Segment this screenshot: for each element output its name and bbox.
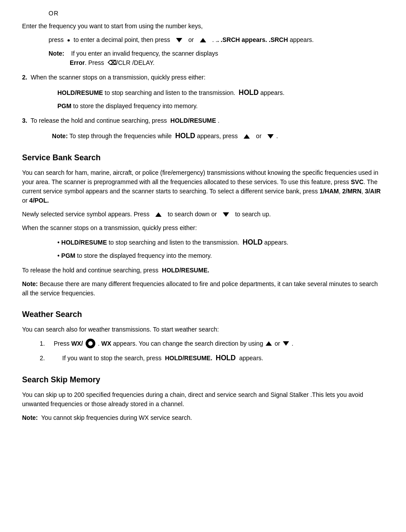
sbs-pgm-item: • PGM to store the displayed frequency i… xyxy=(57,251,384,260)
ham-bold: 1/HAM xyxy=(320,188,339,195)
note-clr-delay: /CLR /DELAY. xyxy=(117,59,155,66)
note-clr-icon: ⌫ xyxy=(108,59,117,66)
press-decimal-para: press to enter a decimal point, then pre… xyxy=(49,35,384,45)
sbs-release-pre: To release the hold and continue searchi… xyxy=(22,267,158,274)
step-3: 3. To release the hold and continue sear… xyxy=(22,116,384,125)
note2-hold: HOLD xyxy=(175,132,195,140)
or-line: OR xyxy=(49,9,384,18)
sbs-para2-pre: Newly selected service symbol appears. P… xyxy=(22,211,150,218)
wx-step1: 1. Press WX/ . WX appears. You can chang… xyxy=(40,339,384,348)
press-decimal-text: press xyxy=(49,36,64,43)
note-block-1: Note: If you enter an invalid frequency,… xyxy=(49,49,384,68)
sbs-arrow-up xyxy=(155,212,162,217)
or-word: or xyxy=(188,36,194,43)
srch-bold-text: .SRCH xyxy=(269,36,288,43)
hold-bold: HOLD xyxy=(239,89,259,96)
air-bold: 3/AIR xyxy=(365,188,381,195)
wx-step1-pre: Press WX/ xyxy=(54,339,83,348)
bullet-dot xyxy=(68,39,70,42)
pol-bold: 4/POL. xyxy=(29,197,49,204)
arrow-up-icon xyxy=(200,38,206,42)
note2-arrow-down xyxy=(267,134,274,139)
step-3-text: To release the hold and continue searchi… xyxy=(30,117,167,124)
sbs-pgm-label: PGM xyxy=(61,252,75,259)
step-3-num: 3. xyxy=(22,117,27,124)
note-line-1: Note: If you enter an invalid frequency,… xyxy=(49,49,384,58)
hold-resume-item: HOLD/RESUME to stop searching and listen… xyxy=(57,87,384,98)
sbs-pgm-text: to store the displayed frequency into th… xyxy=(77,252,212,259)
wx-step2-num: 2. xyxy=(40,355,45,362)
or-label: OR xyxy=(49,10,59,17)
svc-bold: SVC xyxy=(351,178,364,185)
press-decimal-text2: to enter a decimal point, then press xyxy=(74,36,170,43)
arrow-down-icon xyxy=(176,38,182,42)
skip-note-text: You cannot skip frequencies during WX se… xyxy=(41,414,192,421)
mrn-bold: 2/MRN xyxy=(342,188,362,195)
sbs-note-text: Because there are many different frequen… xyxy=(22,280,378,297)
note-line-2: Error. Press ⌫/CLR /DELAY. xyxy=(70,58,384,68)
sbs-hold-item: • HOLD/RESUME to stop searching and list… xyxy=(57,237,384,248)
enter-freq-para: Enter the frequency you want to start fr… xyxy=(22,22,384,31)
wx-step2-bold: HOLD xyxy=(216,354,236,362)
note-invalid-text: If you enter an invalid frequency, the s… xyxy=(71,50,218,57)
step-2-num: 2. xyxy=(22,74,27,81)
wx-para: You can search also for weather transmis… xyxy=(22,325,384,334)
step-3-period: . xyxy=(218,117,219,124)
note2-or: or xyxy=(256,132,261,140)
wx-or: or xyxy=(274,339,280,348)
sbs-para2: Newly selected service symbol appears. P… xyxy=(22,210,384,219)
service-bank-heading: Service Bank Search xyxy=(22,152,384,164)
wx-step1-num: 1. xyxy=(40,339,45,348)
wx-step2-appears: appears. xyxy=(239,355,263,362)
wx-appears: WX xyxy=(102,340,112,347)
sbs-hold-text: to stop searching and listen to the tran… xyxy=(109,239,239,246)
sbs-para2-post: to search up. xyxy=(235,211,271,218)
note-error-bold: Error xyxy=(70,59,85,66)
sbs-hold-label: HOLD/RESUME xyxy=(61,239,107,246)
wx-step2: 2. If you want to stop the search, press… xyxy=(40,353,384,363)
note-block-2: Note: To step through the frequencies wh… xyxy=(49,131,384,141)
pgm-item: PGM to store the displayed frequency int… xyxy=(57,102,384,111)
sbs-para1: You can search for ham, marine, aircraft… xyxy=(22,168,384,205)
hold-resume-label: HOLD/RESUME xyxy=(57,89,103,96)
hold-appears: appears. xyxy=(260,89,284,96)
weather-heading: Weather Search xyxy=(22,309,384,321)
srch-appears: . .. .SRCH appears. xyxy=(212,36,267,43)
wx-period: . xyxy=(292,339,293,348)
srch-bold: . .SRCH appears. xyxy=(217,36,267,43)
note-label-1: Note: xyxy=(49,50,64,57)
pgm-label: PGM xyxy=(57,102,71,109)
wx-step2-pre: If you want to stop the search, press xyxy=(62,355,162,362)
skip-note-label: Note: xyxy=(22,414,38,421)
step-2-text: When the scanner stops on a transmission… xyxy=(31,74,206,81)
wx-step2-hold: HOLD/RESUME. xyxy=(165,355,212,362)
appears-text: appears. xyxy=(289,36,313,43)
sbs-para3: When the scanner stops on a transmission… xyxy=(22,223,384,233)
sbs-release-label: HOLD/RESUME. xyxy=(162,267,209,274)
sbs-hold-bold: HOLD xyxy=(243,238,263,246)
note2-label: Note: xyxy=(52,132,68,140)
pgm-text: to store the displayed frequency into me… xyxy=(73,102,198,109)
sbs-hold-appears: appears. xyxy=(264,239,288,246)
skip-para1: You can skip up to 200 specified frequen… xyxy=(22,390,384,409)
wx-bold: WX/ xyxy=(71,340,83,347)
sbs-release-para: To release the hold and continue searchi… xyxy=(22,266,384,275)
wx-icon xyxy=(86,339,95,348)
skip-note: Note: You cannot skip frequencies during… xyxy=(22,413,384,423)
note2-text: To step through the frequencies while xyxy=(69,132,172,140)
sbs-note-para: Note: Because there are many different f… xyxy=(22,279,384,298)
skip-heading: Search Skip Memory xyxy=(22,374,384,386)
wx-arrow-down xyxy=(283,341,289,346)
wx-step1-post: . WX appears. You can change the search … xyxy=(98,339,263,348)
step-2: 2. When the scanner stops on a transmiss… xyxy=(22,73,384,82)
note2-arrow-up xyxy=(244,134,250,139)
hold-resume-text1: to stop searching and listen to the tran… xyxy=(105,89,235,96)
wx-arrow-up xyxy=(266,341,272,346)
sbs-arrow-down xyxy=(223,212,229,217)
note2-period: . xyxy=(276,132,278,140)
sbs-note-label: Note: xyxy=(22,280,38,287)
note2-text2: appears, press xyxy=(197,132,238,140)
step-3-hold: HOLD/RESUME xyxy=(170,117,216,124)
enter-freq-text: Enter the frequency you want to start fr… xyxy=(22,23,203,30)
sbs-para2-mid: to search down or xyxy=(168,211,217,218)
